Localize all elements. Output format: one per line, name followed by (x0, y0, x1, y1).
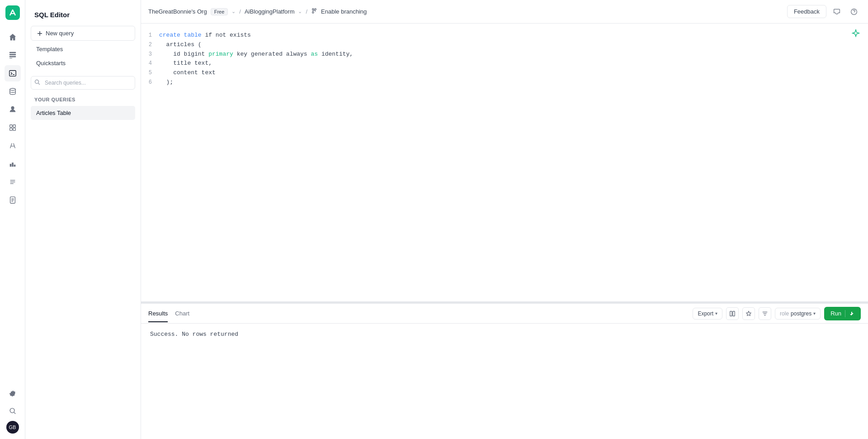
export-chevron-icon: ▾ (715, 311, 717, 316)
breadcrumb-org[interactable]: TheGreatBonnie's Org (148, 8, 207, 15)
svg-point-6 (9, 88, 15, 91)
role-label: role (780, 310, 789, 317)
free-badge: Free (211, 8, 228, 15)
export-button[interactable]: Export ▾ (693, 308, 722, 320)
code-line-3: 3 id bigint primary key generated always… (141, 50, 868, 59)
run-enter-icon (849, 311, 854, 316)
feedback-button[interactable]: Feedback (787, 5, 826, 18)
search-icon (34, 79, 40, 86)
code-line-5: 5 content text (141, 68, 868, 78)
app-logo[interactable] (5, 5, 20, 20)
nav-api-docs[interactable] (5, 192, 21, 208)
run-button[interactable]: Run (824, 307, 861, 320)
svg-rect-1 (9, 52, 15, 53)
sidebar: SQL Editor New query Templates Quickstar… (25, 0, 141, 439)
editor-area: 1 create table if not exists 2 articles … (141, 24, 868, 439)
svg-rect-2 (9, 54, 15, 55)
svg-rect-28 (730, 311, 732, 316)
your-queries-label: YOUR QUERIES (31, 95, 135, 106)
breadcrumb-sep-2: / (306, 8, 307, 15)
query-item-articles-table[interactable]: Articles Table (31, 106, 135, 120)
nav-search[interactable] (5, 403, 21, 419)
code-line-6: 6 ); (141, 78, 868, 87)
svg-line-19 (14, 412, 15, 414)
bottom-panel: Results Chart Export ▾ (141, 303, 868, 439)
search-box (31, 76, 135, 90)
result-message: Success. No rows returned (150, 331, 238, 338)
svg-rect-4 (9, 58, 12, 58)
bottom-toolbar: Results Chart Export ▾ (141, 304, 868, 324)
topbar: TheGreatBonnie's Org Free ⌄ / AiBlogging… (141, 0, 868, 24)
left-nav: GB (0, 0, 25, 439)
code-line-1: 1 create table if not exists (141, 31, 868, 40)
role-chevron-icon: ▾ (813, 311, 816, 316)
nav-logs[interactable] (5, 174, 21, 190)
topbar-right: Feedback (787, 5, 861, 19)
tab-results[interactable]: Results (148, 305, 168, 322)
svg-rect-3 (9, 56, 15, 57)
svg-rect-7 (9, 125, 12, 127)
enable-branching[interactable]: Enable branching (321, 8, 367, 15)
sidebar-templates[interactable]: Templates (31, 43, 135, 56)
role-value: postgres (791, 310, 811, 317)
plus-icon (37, 30, 43, 37)
help-icon-button[interactable] (847, 5, 861, 19)
svg-rect-9 (9, 128, 12, 130)
sidebar-quickstarts[interactable]: Quickstarts (31, 57, 135, 70)
role-selector[interactable]: role postgres ▾ (775, 308, 821, 320)
nav-reports[interactable] (5, 156, 21, 172)
svg-point-27 (851, 9, 857, 14)
run-label: Run (830, 310, 841, 317)
svg-rect-10 (13, 128, 15, 130)
columns-icon-button[interactable] (726, 307, 739, 320)
branch-icon (311, 8, 317, 15)
search-input[interactable] (31, 76, 135, 90)
chevron-project-icon: ⌄ (298, 9, 302, 14)
inbox-icon-button[interactable] (830, 5, 844, 19)
nav-avatar[interactable]: GB (6, 421, 19, 434)
svg-rect-0 (5, 5, 20, 20)
run-btn-divider (845, 310, 845, 317)
breadcrumb-project[interactable]: AiBloggingPlatform (245, 8, 295, 15)
ai-assistant-icon[interactable] (851, 29, 861, 42)
nav-sql-editor[interactable] (5, 65, 21, 81)
nav-storage[interactable] (5, 119, 21, 136)
code-line-2: 2 articles ( (141, 40, 868, 50)
svg-point-25 (312, 12, 314, 14)
main-area: TheGreatBonnie's Org Free ⌄ / AiBlogging… (141, 0, 868, 439)
svg-rect-8 (13, 125, 15, 127)
results-area: Success. No rows returned (141, 324, 868, 439)
new-query-label: New query (46, 30, 74, 37)
chevron-org-icon: ⌄ (231, 9, 236, 14)
nav-table-editor[interactable] (5, 47, 21, 63)
code-editor[interactable]: 1 create table if not exists 2 articles … (141, 24, 868, 301)
filter-icon-button[interactable] (759, 307, 771, 320)
tab-chart[interactable]: Chart (175, 305, 189, 322)
svg-point-18 (10, 408, 14, 413)
nav-settings[interactable] (5, 385, 21, 401)
svg-point-22 (35, 80, 39, 84)
sidebar-title: SQL Editor (31, 7, 135, 26)
favorite-icon-button[interactable] (742, 307, 755, 320)
nav-functions[interactable] (5, 138, 21, 154)
svg-point-26 (315, 9, 316, 10)
export-label: Export (698, 310, 713, 317)
breadcrumb-sep-1: / (239, 8, 241, 15)
svg-rect-29 (733, 311, 735, 316)
new-query-button[interactable]: New query (31, 26, 135, 41)
svg-rect-5 (9, 71, 15, 76)
nav-auth[interactable] (5, 101, 21, 118)
nav-home[interactable] (5, 29, 21, 45)
bottom-toolbar-right: Export ▾ role postgres ▾ (693, 307, 861, 320)
svg-line-23 (38, 83, 40, 85)
code-line-4: 4 title text, (141, 59, 868, 68)
nav-database[interactable] (5, 83, 21, 100)
